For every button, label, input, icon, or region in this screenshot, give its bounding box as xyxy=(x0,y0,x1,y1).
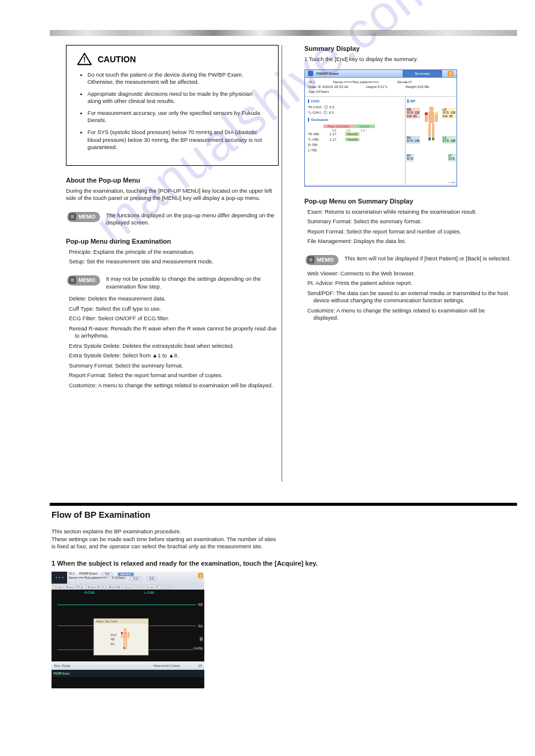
guide-list: PCG RB RA xyxy=(111,633,117,647)
step-end[interactable]: End xyxy=(165,585,174,589)
rcavi-label: R-CAVI xyxy=(84,591,95,594)
item-repfmt: Report Format: Select the report format … xyxy=(304,228,511,236)
memo-text: This item will not be displayed if [Next… xyxy=(344,255,511,263)
item-file: File Management: Displays the data list. xyxy=(304,238,511,245)
caution-item: Do not touch the patient or the device d… xyxy=(87,71,267,86)
sens-display-button[interactable]: Sens. Display xyxy=(54,664,71,667)
caution-item: For SYS (systolic blood pressure) below … xyxy=(87,129,267,150)
svg-rect-12 xyxy=(432,138,434,140)
exam-logo: ＊＊＊ xyxy=(52,572,67,584)
summary-bottom-bar: Window Selection Save Print Back 1/1 xyxy=(305,185,457,187)
normal-range: Normal xyxy=(353,125,375,128)
memo-icon xyxy=(307,256,315,263)
occlusion-bar: Poss. Occlusion Normal xyxy=(324,124,402,129)
pi-weight: Weight:105.8lb xyxy=(406,84,430,89)
item-custom: Customize: A menu to change the settings… xyxy=(304,307,511,322)
guide-header: Attach. Site Guide xyxy=(94,619,148,624)
item-exam: Exam: Returns to examination while retai… xyxy=(304,208,511,216)
step-abnm[interactable]: Abnm Edit xyxy=(107,585,122,589)
pi-date: Date: 8/ 4/2015 20:52:26 xyxy=(309,84,348,89)
rtbi-row: R-TBI: xyxy=(308,143,402,147)
svg-rect-15 xyxy=(123,631,127,639)
ra-label: RA xyxy=(198,624,203,628)
svg-rect-4 xyxy=(428,111,434,123)
summary-screenshot: PW/BP Exam Summary i ID:1 Name:====Test … xyxy=(304,69,457,187)
item-delete: Delete: Deletes the measurement data. xyxy=(66,295,279,303)
popup-subheading: Pop-up Menu during Examination xyxy=(66,238,279,245)
section-intro: This section explains the BP examination… xyxy=(52,528,279,551)
memo-label: MEMO xyxy=(78,214,95,220)
caution-label: CAUTION xyxy=(98,54,136,64)
step-bp2[interactable]: Acquire BP (2) xyxy=(144,585,165,589)
bp-label: BP xyxy=(407,99,455,103)
caution-body: Do not touch the patient or the device d… xyxy=(77,71,267,151)
item-custom: Customize: A menu to change the settings… xyxy=(66,382,279,390)
edit-pill[interactable]: Edit xyxy=(147,576,158,581)
exam-bottom-bar: Sens. Display Measurement Content 1/6 xyxy=(52,661,204,670)
section-bar xyxy=(50,503,517,506)
bp-rt: RTSYS: xyxy=(406,154,414,162)
memo-text: It may not be possible to change the set… xyxy=(106,275,279,290)
summary-tab[interactable]: Summary xyxy=(403,69,442,77)
memo-icon xyxy=(69,277,76,284)
status-bar: PW/BP Exam xyxy=(52,670,204,677)
poss-occlusion: Poss. Occlusion xyxy=(324,125,353,128)
body-figure-icon xyxy=(119,627,131,652)
rcavi-label: *R-CAVI: xyxy=(308,105,322,109)
pi-gender: Gender:F xyxy=(397,80,412,84)
memo-icon xyxy=(69,213,76,220)
window-title: PW/BP Exam xyxy=(316,72,338,75)
item-webview: Web Viewer: Connects to the Web browser. xyxy=(304,270,511,278)
rb-label: RB xyxy=(198,603,203,606)
summary-left-panel: CAVI *R-CAVI:6.5 *L-CAVI:6.5 Occlusion P… xyxy=(305,97,406,185)
pi-name: Name:====Test patient==== xyxy=(333,80,379,84)
step-pw2[interactable]: Acquire PW (2) xyxy=(123,585,144,589)
section-sub: 1 When the subject is relaxed and ready … xyxy=(52,560,318,567)
svg-point-22 xyxy=(125,633,126,634)
item-send: Send/PDF: The data can be saved to an ex… xyxy=(304,290,511,305)
guide-body: PCG RB RA xyxy=(94,624,148,656)
bp-lb: LBSYS: 128DIA: 80 xyxy=(442,108,456,119)
item-reread: Reread R-wave: Rereads the R wave when t… xyxy=(66,325,279,340)
info-icon[interactable]: i xyxy=(198,573,203,578)
measurement-content-button[interactable]: Measurement Content xyxy=(153,664,180,667)
caution-item: For measurement accuracy, use only the s… xyxy=(87,110,267,124)
app-icon xyxy=(308,71,313,76)
warning-icon: ! xyxy=(77,53,92,65)
bp-rb: RBSYS: 128DIA: 80 xyxy=(406,108,420,119)
item-principle: Principle: Explains the principle of the… xyxy=(66,248,279,256)
bp-lt: LTSYS: xyxy=(448,154,456,162)
body-figure-icon xyxy=(421,105,442,147)
item-repfmt: Report Format: Select the report format … xyxy=(66,372,279,379)
window-titlebar: PW/BP Exam Summary i xyxy=(305,70,457,78)
page-indicator: 1/6 xyxy=(198,664,202,667)
memo-badge: MEMO xyxy=(67,212,100,222)
svg-point-14 xyxy=(123,629,126,631)
step-bp1[interactable]: Acquire BP (1) xyxy=(86,585,107,589)
memo-badge: MEMO xyxy=(67,275,100,286)
memo-label: MEMO xyxy=(78,277,95,283)
right-column: Summary Display 1 Touch the [End] key to… xyxy=(304,45,511,324)
item-extra2: Extra Systole Delete: Select from ▲1 to … xyxy=(66,352,279,360)
rcavi-val: 6.5 xyxy=(330,105,334,109)
info-icon[interactable]: i xyxy=(448,71,454,77)
step-pw1[interactable]: Acquire PW (1) xyxy=(64,585,85,589)
popup-heading: About the Pop-up Menu xyxy=(66,177,279,184)
waveform-line xyxy=(58,605,196,605)
svg-rect-19 xyxy=(125,639,127,649)
attach-site-guide: Attach. Site Guide PCG RB RA xyxy=(93,618,149,655)
memo-badge: MEMO xyxy=(306,255,338,265)
cavi-label: CAVI xyxy=(308,99,402,103)
auto-pill[interactable]: Auto xyxy=(130,576,141,581)
pi-age: Age:24Years xyxy=(309,89,329,94)
caution-item: Appropriate diagnostic decisions need to… xyxy=(87,90,267,105)
svg-text:!: ! xyxy=(83,56,86,64)
clock-icon xyxy=(324,111,327,114)
caution-box: ! CAUTION Do not touch the patient or th… xyxy=(66,45,279,166)
step-ready[interactable]: Ready xyxy=(53,585,64,589)
item-sumfmt: Summary Format: Select the summary forma… xyxy=(66,362,279,370)
labi-row: *L-ABI:1.17Normal xyxy=(308,138,402,141)
item-extra1: Extra Systole Delete: Deletes the extras… xyxy=(66,342,279,350)
svg-rect-11 xyxy=(428,138,431,140)
memo-text: The functions displayed on the pop-up me… xyxy=(106,212,279,227)
